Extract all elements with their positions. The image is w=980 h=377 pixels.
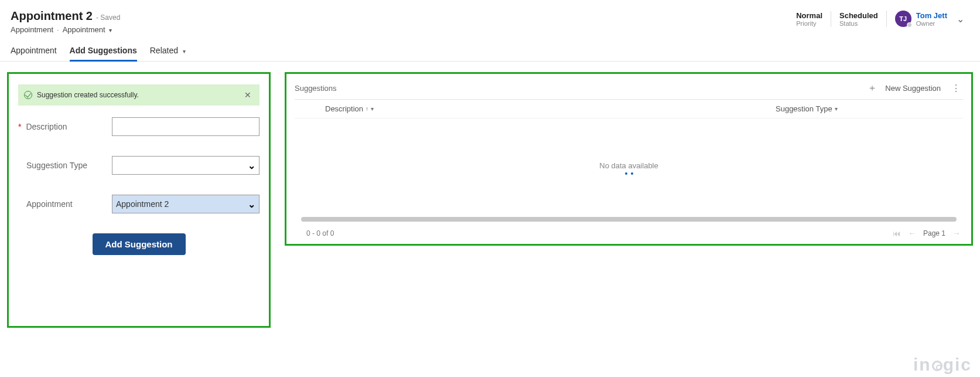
priority-value: Normal: [796, 11, 822, 20]
chevron-down-icon: ⌄: [957, 14, 964, 24]
chevron-down-icon[interactable]: ▾: [371, 106, 374, 112]
grid-title: Suggestions: [295, 84, 337, 93]
add-suggestion-button[interactable]: Add Suggestion: [93, 233, 186, 255]
appointment-select[interactable]: Appointment 2 ⌄: [112, 195, 259, 213]
grid-footer: 0 - 0 of 0 ⏮ ← Page 1 →: [295, 224, 963, 239]
chevron-down-icon: ▾: [183, 48, 186, 55]
suggestion-form-panel: Suggestion created successfully. ✕ * Des…: [7, 72, 271, 328]
suggestion-type-label: Suggestion Type: [26, 161, 87, 170]
banner-text: Suggestion created successfully.: [37, 91, 139, 99]
tab-appointment[interactable]: Appointment: [11, 46, 57, 61]
tab-add-suggestions[interactable]: Add Suggestions: [70, 46, 137, 61]
success-check-icon: [24, 91, 32, 99]
tab-related-label: Related: [150, 46, 178, 55]
owner-label: Owner: [916, 20, 947, 27]
appointment-value: Appointment 2: [116, 199, 169, 209]
required-icon: *: [18, 122, 21, 131]
chevron-down-icon: ⌄: [248, 199, 255, 210]
row-suggestion-type: Suggestion Type ⌄: [18, 156, 259, 175]
avatar: TJ: [895, 11, 911, 27]
suggestions-grid-panel: Suggestions ＋ New Suggestion ⋮ Descripti…: [285, 72, 973, 246]
loading-dots-icon: [625, 172, 633, 175]
breadcrumb-form[interactable]: Appointment: [63, 25, 105, 34]
page-prev-icon[interactable]: ←: [908, 229, 916, 238]
row-description: * Description: [18, 117, 259, 136]
expand-header-button[interactable]: ⌄: [951, 13, 969, 25]
watermark-logo: ingic: [913, 355, 972, 375]
close-icon[interactable]: ✕: [242, 89, 254, 101]
owner-pillar[interactable]: TJ Tom Jett Owner: [886, 11, 951, 27]
priority-label: Priority: [796, 20, 822, 27]
success-banner: Suggestion created successfully. ✕: [18, 84, 259, 106]
description-label: Description: [26, 122, 67, 131]
row-appointment: Appointment Appointment 2 ⌄: [18, 195, 259, 213]
record-header: Appointment 2 - Saved Appointment · Appo…: [0, 0, 980, 34]
page-first-icon[interactable]: ⏮: [893, 229, 901, 238]
suggestion-type-select[interactable]: ⌄: [112, 156, 259, 175]
logo-o-icon: [932, 361, 943, 371]
column-suggestion-type[interactable]: Suggestion Type ▾: [776, 104, 963, 113]
header-right: Normal Priority Scheduled Status TJ Tom …: [788, 9, 969, 27]
pager: ⏮ ← Page 1 →: [893, 229, 961, 238]
avatar-initials: TJ: [899, 15, 907, 22]
save-state: - Saved: [96, 13, 120, 22]
appointment-label: Appointment: [26, 199, 73, 209]
owner-name[interactable]: Tom Jett: [916, 11, 947, 20]
status-value: Scheduled: [839, 11, 878, 20]
body-area: Suggestion created successfully. ✕ * Des…: [0, 62, 980, 335]
chevron-down-icon[interactable]: ▾: [835, 106, 838, 112]
plus-icon[interactable]: ＋: [868, 82, 877, 94]
status-label: Status: [839, 20, 878, 27]
breadcrumb-entity: Appointment: [11, 25, 53, 34]
grid-column-headers: Description ↑ ▾ Suggestion Type ▾: [295, 99, 963, 118]
chevron-down-icon[interactable]: ▾: [109, 27, 112, 33]
column-description[interactable]: Description ↑ ▾: [325, 104, 776, 113]
column-type-label: Suggestion Type: [776, 104, 832, 113]
priority-pillar[interactable]: Normal Priority: [788, 11, 831, 27]
horizontal-scrollbar[interactable]: [301, 217, 956, 222]
page-next-icon[interactable]: →: [952, 229, 961, 238]
more-commands-icon[interactable]: ⋮: [949, 83, 963, 94]
status-pillar[interactable]: Scheduled Status: [831, 11, 886, 27]
breadcrumb: Appointment · Appointment ▾: [11, 25, 120, 34]
description-input[interactable]: [112, 117, 259, 136]
grid-header: Suggestions ＋ New Suggestion ⋮: [295, 80, 963, 99]
record-count: 0 - 0 of 0: [306, 229, 334, 237]
breadcrumb-separator: ·: [57, 25, 59, 34]
chevron-down-icon: ⌄: [248, 160, 255, 171]
column-description-label: Description: [325, 104, 363, 113]
sort-ascending-icon: ↑: [366, 106, 368, 112]
title-block: Appointment 2 - Saved Appointment · Appo…: [11, 9, 120, 34]
presence-dot-icon: [907, 22, 912, 28]
tab-related[interactable]: Related ▾: [150, 46, 186, 61]
page-label: Page 1: [923, 229, 945, 237]
record-title: Appointment 2: [11, 9, 93, 23]
form-tabs: Appointment Add Suggestions Related ▾: [0, 34, 980, 62]
new-suggestion-button[interactable]: New Suggestion: [885, 84, 941, 93]
grid-empty-state: No data available: [295, 118, 963, 215]
grid-empty-text: No data available: [599, 161, 658, 170]
